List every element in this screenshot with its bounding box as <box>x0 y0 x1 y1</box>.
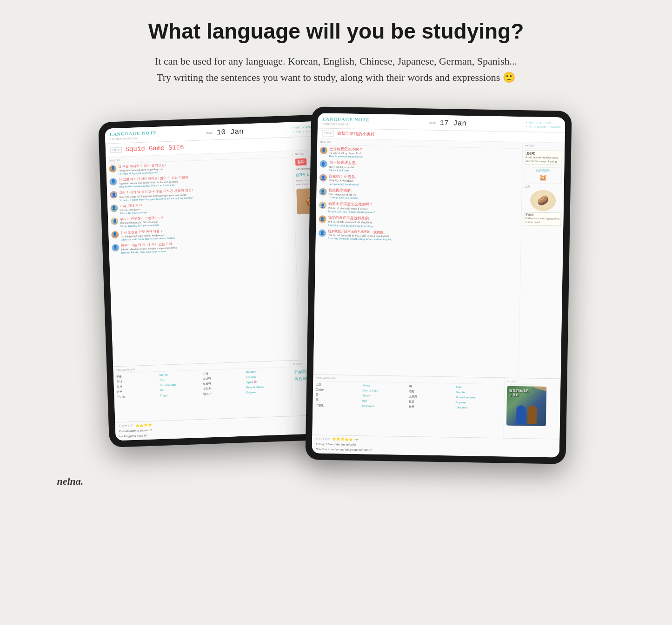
drama-photo: 致我们单纯的小美好 <box>506 386 546 426</box>
cn-avatar-4: 👤 <box>319 188 326 196</box>
note-right-dialog: DIALOG 👤 土豆你想怎么吃啊？ Tǔ dòu nǐ xiǎng zěnme… <box>313 139 523 378</box>
note-left-date: DATE 10 Jan <box>206 127 244 138</box>
note-right-content: LANGUAGE NOTE 7 SENTENCES PER DAY DATE 1… <box>312 113 565 458</box>
note-right-body: DIALOG 👤 土豆你想怎么吃啊？ Tǔ dòu nǐ xiǎng zěnme… <box>313 139 565 379</box>
page-subtitle: It can be used for any language. Korean,… <box>155 53 517 86</box>
avatar-4: 👤 <box>110 204 118 212</box>
avatar-1: 👤 <box>109 165 117 173</box>
avatar-6: 👤 <box>111 231 119 239</box>
cn-dialog-7: 👤 后来我就开始不由自主地等她、观察她。 Hòu lái, wǒ jiù kāi… <box>318 230 518 244</box>
note-right-logo: LANGUAGE NOTE 7 SENTENCES PER DAY <box>322 116 369 127</box>
avatar-3: 👤 <box>110 191 118 199</box>
cn-dialog-2: 👤 切一切丢进去煮。 Qiē yī qiē diū jìn qù zhǔ Sli… <box>319 160 519 175</box>
note-right-final: 不由自 Without even realizing regardless of… <box>524 212 561 226</box>
note-right-date: DATE 17 Jan <box>428 118 466 129</box>
brand-logo: nelna. <box>57 475 84 487</box>
note-left-vocab: VOCABULARY 구슬 Marble 기억 Memory 하나 One 속이… <box>113 361 293 422</box>
tape-decoration <box>534 386 546 392</box>
cn-dialog-6: 👤 我觉的反正不是这样来的。 Wǒ jiée de fǎn zhèn hushi… <box>319 216 518 230</box>
food-image-right: 土泥 🥔 <box>524 185 561 211</box>
cn-avatar-6: 👤 <box>319 216 326 223</box>
cn-dialog-1: 👤 土豆你想怎么吃啊？ Tǔ dòu nǐ xiǎng zěnme chī a?… <box>319 147 519 162</box>
note-right-bottom: VOCABULARY 土豆 Potato 戳 Poke 怎么吃 How to C… <box>312 375 560 439</box>
avatar-7: 👤 <box>112 244 120 252</box>
note-right-vocab: VOCABULARY 土豆 Potato 戳 Poke 怎么吃 How to C… <box>312 375 505 438</box>
note-right-memo: MEMO 致我们单纯的小美好 <box>504 378 560 439</box>
page-title: What language will you be studying? <box>148 19 524 44</box>
cn-avatar-3: 👤 <box>319 174 326 182</box>
cn-dialog-4: 👤 我想戳你酒窝。 Wǒ xiǎng chuō nǐ jiǔ wō I'd li… <box>319 188 519 203</box>
cn-avatar-2: 👤 <box>319 160 327 168</box>
note-left-logo: LANGUAGE NOTE 7 SENTENCES PER DAY <box>109 130 157 142</box>
avatar-2: 👤 <box>109 178 117 186</box>
cn-avatar-7: 👤 <box>318 230 326 237</box>
cn-avatar-1: 👤 <box>319 147 327 154</box>
note-right-notes: NOTES 怎么吃 Used more for talking about re… <box>519 142 565 379</box>
drama-figures <box>516 405 537 426</box>
hamster-note: 敢你肉肉~ 🐹 <box>524 167 562 184</box>
note-left-dialog: DIALOG 👤 그 구슬 하나랑 이걸 다 걸라고요? Geu guseur … <box>106 151 299 367</box>
cn-avatar-5: 👤 <box>319 202 326 209</box>
tablet-right: LANGUAGE NOTE 7 SENTENCES PER DAY DATE 1… <box>305 107 572 465</box>
note-left-body: DIALOG 👤 그 구슬 하나랑 이걸 다 걸라고요? Geu guseur … <box>106 150 341 367</box>
tablets-container: LANGUAGE NOTE 7 SENTENCES PER DAY DATE 1… <box>57 109 615 462</box>
cn-dialog-3: 👤 回家啦！小酒鬼。 Huí jiā la! Xiǎo jiǔguǐ. Let'… <box>319 174 519 189</box>
note-right-review: ✓ ENG ✓ CN ✓ CN ✓ CN ✓ NO SUB ✓ NO SUB <box>526 121 560 130</box>
tablet-right-screen: LANGUAGE NOTE 7 SENTENCES PER DAY DATE 1… <box>312 113 565 458</box>
avatar-5: 👤 <box>111 217 119 225</box>
cn-dialog-5: 👤 知道土豆泥是怎么做的吗？ Zhī dào tǔ dòu ní shì zěn… <box>319 202 518 217</box>
